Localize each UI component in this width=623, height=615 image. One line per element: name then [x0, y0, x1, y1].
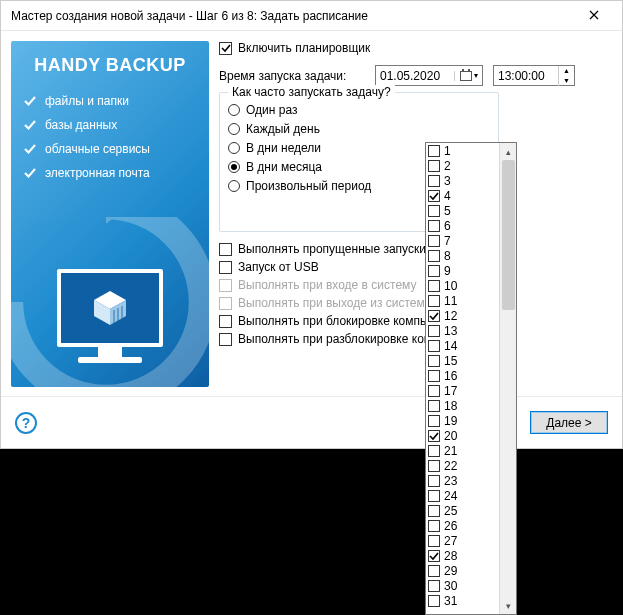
day-checkbox[interactable] — [428, 250, 440, 262]
window-title: Мастер создания новой задачи - Шаг 6 из … — [11, 9, 574, 23]
day-checkbox[interactable] — [428, 565, 440, 577]
day-checkbox[interactable] — [428, 400, 440, 412]
option-checkbox[interactable] — [219, 243, 232, 256]
day-item[interactable]: 31 — [426, 593, 499, 608]
scrollbar[interactable]: ▴ ▾ — [499, 143, 516, 614]
day-item[interactable]: 30 — [426, 578, 499, 593]
day-item[interactable]: 5 — [426, 203, 499, 218]
option-row[interactable]: Выполнять пропущенные запуски — [219, 242, 612, 256]
day-item[interactable]: 25 — [426, 503, 499, 518]
option-row[interactable]: Запуск от USB — [219, 260, 612, 274]
day-item[interactable]: 21 — [426, 443, 499, 458]
frequency-option[interactable]: Один раз — [228, 103, 490, 117]
help-button[interactable]: ? — [15, 412, 37, 434]
day-item[interactable]: 14 — [426, 338, 499, 353]
day-item[interactable]: 24 — [426, 488, 499, 503]
day-checkbox[interactable] — [428, 520, 440, 532]
day-checkbox[interactable] — [428, 415, 440, 427]
day-item[interactable]: 6 — [426, 218, 499, 233]
day-checkbox[interactable] — [428, 445, 440, 457]
day-item[interactable]: 3 — [426, 173, 499, 188]
day-item[interactable]: 9 — [426, 263, 499, 278]
close-button[interactable] — [574, 9, 614, 23]
day-checkbox[interactable] — [428, 145, 440, 157]
day-checkbox[interactable] — [428, 325, 440, 337]
start-date-input[interactable]: 01.05.2020 ▾ — [375, 65, 483, 86]
day-checkbox[interactable] — [428, 340, 440, 352]
day-item[interactable]: 13 — [426, 323, 499, 338]
scroll-up-button[interactable]: ▴ — [500, 143, 516, 160]
days-of-month-listbox[interactable]: 1234567891011121314151617181920212223242… — [425, 142, 517, 615]
day-checkbox[interactable] — [428, 355, 440, 367]
radio-button[interactable] — [228, 161, 240, 173]
day-item[interactable]: 22 — [426, 458, 499, 473]
next-button[interactable]: Далее > — [530, 411, 608, 434]
day-checkbox[interactable] — [428, 265, 440, 277]
day-item[interactable]: 29 — [426, 563, 499, 578]
radio-button[interactable] — [228, 123, 240, 135]
frequency-option-label: Один раз — [246, 103, 297, 117]
scroll-thumb[interactable] — [502, 160, 515, 310]
option-row[interactable]: Выполнять при разблокировке компьютера — [219, 332, 612, 346]
day-checkbox[interactable] — [428, 280, 440, 292]
spin-up-button[interactable]: ▲ — [559, 66, 574, 76]
day-checkbox[interactable] — [428, 430, 440, 442]
day-item[interactable]: 17 — [426, 383, 499, 398]
day-checkbox[interactable] — [428, 370, 440, 382]
day-item[interactable]: 12 — [426, 308, 499, 323]
day-item[interactable]: 20 — [426, 428, 499, 443]
check-icon — [429, 431, 439, 441]
day-item[interactable]: 11 — [426, 293, 499, 308]
spin-down-button[interactable]: ▼ — [559, 76, 574, 86]
day-checkbox[interactable] — [428, 205, 440, 217]
day-item[interactable]: 7 — [426, 233, 499, 248]
day-checkbox[interactable] — [428, 220, 440, 232]
day-number: 11 — [444, 294, 457, 308]
option-checkbox[interactable] — [219, 261, 232, 274]
day-item[interactable]: 28 — [426, 548, 499, 563]
day-number: 14 — [444, 339, 457, 353]
day-checkbox[interactable] — [428, 580, 440, 592]
frequency-option[interactable]: Каждый день — [228, 122, 490, 136]
option-checkbox[interactable] — [219, 315, 232, 328]
day-item[interactable]: 19 — [426, 413, 499, 428]
day-item[interactable]: 8 — [426, 248, 499, 263]
day-checkbox[interactable] — [428, 595, 440, 607]
option-checkbox[interactable] — [219, 333, 232, 346]
day-item[interactable]: 23 — [426, 473, 499, 488]
day-checkbox[interactable] — [428, 160, 440, 172]
day-checkbox[interactable] — [428, 505, 440, 517]
day-checkbox[interactable] — [428, 175, 440, 187]
sidebar-illustration — [11, 217, 209, 387]
frequency-option-label: В дни недели — [246, 141, 321, 155]
day-item[interactable]: 4 — [426, 188, 499, 203]
day-checkbox[interactable] — [428, 295, 440, 307]
day-item[interactable]: 15 — [426, 353, 499, 368]
start-time-input[interactable]: 13:00:00 ▲ ▼ — [493, 65, 575, 86]
day-item[interactable]: 27 — [426, 533, 499, 548]
scroll-down-button[interactable]: ▾ — [500, 597, 516, 614]
day-checkbox[interactable] — [428, 475, 440, 487]
day-item[interactable]: 2 — [426, 158, 499, 173]
enable-scheduler-checkbox[interactable] — [219, 42, 232, 55]
option-row[interactable]: Выполнять при блокировке компьютера — [219, 314, 612, 328]
radio-button[interactable] — [228, 104, 240, 116]
day-checkbox[interactable] — [428, 190, 440, 202]
day-item[interactable]: 10 — [426, 278, 499, 293]
day-checkbox[interactable] — [428, 490, 440, 502]
day-checkbox[interactable] — [428, 535, 440, 547]
radio-button[interactable] — [228, 180, 240, 192]
day-checkbox[interactable] — [428, 310, 440, 322]
scroll-track[interactable] — [500, 160, 516, 597]
day-checkbox[interactable] — [428, 235, 440, 247]
date-picker-button[interactable]: ▾ — [454, 71, 482, 81]
radio-button[interactable] — [228, 142, 240, 154]
day-checkbox[interactable] — [428, 550, 440, 562]
day-item[interactable]: 18 — [426, 398, 499, 413]
day-checkbox[interactable] — [428, 460, 440, 472]
day-checkbox[interactable] — [428, 385, 440, 397]
day-item[interactable]: 26 — [426, 518, 499, 533]
option-row: Выполнять при входе в систему — [219, 278, 612, 292]
day-item[interactable]: 16 — [426, 368, 499, 383]
day-item[interactable]: 1 — [426, 143, 499, 158]
